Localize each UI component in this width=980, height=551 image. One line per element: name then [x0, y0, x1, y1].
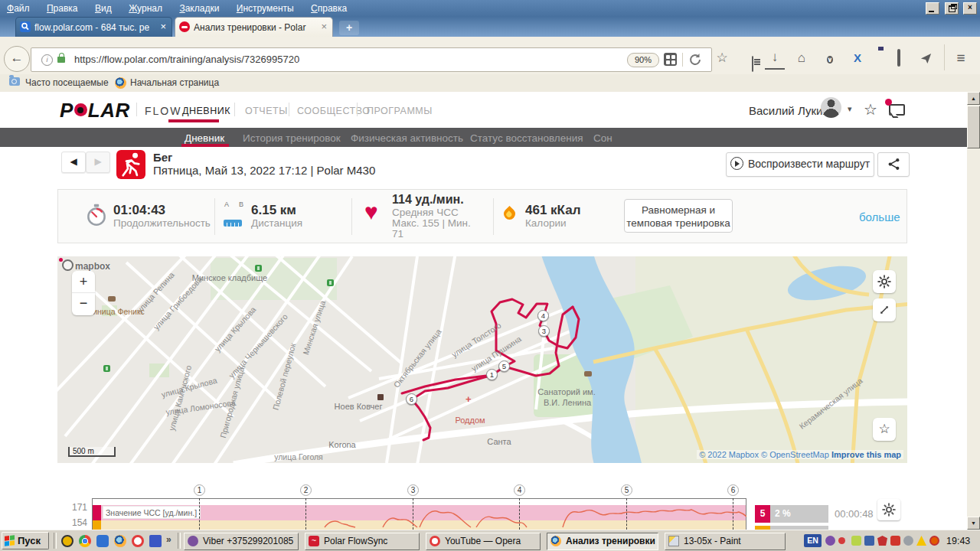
user-name[interactable]: Василий Лукин — [749, 104, 829, 117]
improve-map-link[interactable]: Improve this map — [831, 450, 901, 459]
menu-help[interactable]: Справка — [304, 0, 354, 16]
tray-icon[interactable] — [851, 536, 861, 546]
scroll-down-icon[interactable]: ▼ — [967, 517, 980, 530]
subnav-diary[interactable]: Дневник — [185, 132, 224, 144]
menu-history[interactable]: Журнал — [122, 0, 169, 16]
zoom-in-button[interactable]: + — [72, 271, 95, 293]
home-icon[interactable]: ⌂ — [792, 47, 812, 70]
route-map[interactable]: Минское кладбище улица Репина улица Гриб… — [57, 256, 907, 463]
tab-training-analysis[interactable]: Анализ тренировки - Polar F... × — [175, 17, 333, 37]
task-paint[interactable]: 13-05x - Paint — [665, 533, 786, 550]
tray-shield-icon[interactable] — [877, 536, 887, 546]
avatar[interactable] — [821, 97, 841, 118]
opera-icon[interactable] — [132, 535, 144, 547]
reading-list-icon[interactable] — [737, 47, 757, 70]
training-benefit-button[interactable]: Равномерная и темповая тренировка — [624, 199, 733, 233]
bookmark-frequent[interactable]: Часто посещаемые — [25, 77, 109, 88]
map-favorite-button[interactable]: ☆ — [873, 418, 896, 441]
save-icon[interactable] — [149, 535, 162, 547]
tray-warning-icon[interactable] — [916, 536, 926, 546]
tray-icon[interactable] — [838, 537, 845, 544]
back-button[interactable]: ← — [4, 46, 30, 72]
previous-workout-button[interactable]: ◀ — [61, 152, 86, 173]
mapbox-logo[interactable]: mapbox — [62, 259, 110, 272]
nav-reports[interactable]: ОТЧЕТЫ — [245, 106, 288, 116]
menu-hamburger-icon[interactable]: ≡ — [951, 47, 971, 70]
chart-settings-button[interactable] — [877, 499, 900, 520]
start-button[interactable]: Пуск — [2, 532, 49, 549]
subnav-sleep[interactable]: Сон — [593, 132, 612, 144]
menu-tools[interactable]: Инструменты — [230, 0, 301, 16]
share-button[interactable] — [877, 152, 910, 177]
tab-close-icon[interactable]: × — [160, 21, 166, 32]
km-marker[interactable]: 3 — [538, 325, 550, 337]
page-scrollbar[interactable]: ▲ ▼ — [967, 92, 980, 530]
tab-close-icon[interactable]: × — [321, 21, 327, 32]
km-marker[interactable]: 1 — [486, 369, 498, 380]
subnav-recovery-status[interactable]: Статус восстановления — [470, 132, 583, 144]
flag-icon[interactable] — [868, 47, 888, 70]
nav-community[interactable]: СООБЩЕСТВО — [297, 106, 370, 116]
firefox-quicklaunch-icon[interactable] — [114, 535, 126, 547]
url-text[interactable]: https://flow.polar.com/training/analysis… — [74, 54, 299, 65]
new-tab-button[interactable]: + — [339, 21, 359, 35]
send-tab-icon[interactable] — [916, 50, 936, 73]
quicklaunch-app-icon[interactable] — [61, 535, 74, 547]
minimize-button[interactable] — [926, 2, 939, 15]
km-marker[interactable]: 5 — [498, 360, 510, 372]
bookmark-star-icon[interactable]: ☆ — [712, 47, 732, 70]
subnav-activity[interactable]: Физическая активность — [351, 132, 463, 144]
scroll-up-icon[interactable]: ▲ — [967, 92, 980, 105]
x-extension-icon[interactable]: X — [848, 47, 867, 70]
nav-programs[interactable]: ПРОГРАММЫ — [367, 106, 433, 116]
polar-logo[interactable]: PLAR — [60, 99, 130, 122]
language-indicator[interactable]: EN — [804, 534, 822, 547]
favorites-star-icon[interactable]: ☆ — [864, 100, 877, 119]
reload-icon[interactable] — [688, 53, 702, 70]
tab-search-results[interactable]: flow.polar.com - 684 тыс. ре... × — [15, 17, 172, 37]
tray-viber-icon[interactable] — [825, 536, 835, 546]
pocket-icon[interactable]: ∨ — [820, 47, 840, 70]
mapbox-attribution-link[interactable]: © 2022 Mapbox — [699, 450, 759, 459]
restore-button[interactable] — [945, 2, 959, 15]
next-workout-button[interactable]: ▶ — [86, 152, 110, 173]
tray-icon[interactable] — [890, 536, 900, 546]
menu-edit[interactable]: Правка — [40, 0, 85, 16]
url-bar[interactable]: i https://flow.polar.com/training/analys… — [31, 47, 712, 72]
osm-attribution-link[interactable]: © OpenStreetMap — [761, 450, 829, 459]
scrollbar-thumb[interactable] — [967, 106, 980, 148]
nav-diary[interactable]: ДНЕВНИК — [182, 106, 230, 116]
close-button[interactable]: × — [963, 2, 977, 15]
task-training-analysis-active[interactable]: Анализ тренировки ... — [547, 533, 658, 550]
tray-icon[interactable] — [864, 536, 874, 546]
task-opera-youtube[interactable]: YouTube — Opera — [426, 533, 541, 550]
km-marker[interactable]: 6 — [406, 393, 417, 405]
menu-file[interactable]: Файл — [0, 0, 37, 16]
map-settings-button[interactable] — [873, 270, 896, 293]
menu-bookmarks[interactable]: Закладки — [172, 0, 226, 16]
zoom-level-badge[interactable]: 90% — [627, 53, 659, 67]
quicklaunch-overflow-chevron[interactable]: » — [166, 534, 172, 545]
map-fullscreen-button[interactable] — [873, 298, 896, 321]
quicklaunch-home-icon[interactable] — [96, 535, 109, 547]
chrome-icon[interactable] — [79, 535, 91, 547]
task-flowsync[interactable]: ~ Polar FlowSync — [305, 533, 420, 550]
downloads-icon[interactable]: ↓ — [765, 48, 785, 70]
notifications-icon[interactable] — [889, 104, 905, 116]
chevron-down-icon[interactable]: ▾ — [848, 104, 852, 114]
menu-view[interactable]: Вид — [88, 0, 119, 16]
tray-icon[interactable] — [929, 536, 939, 546]
screenshot-monitor-icon[interactable] — [889, 47, 909, 70]
tiles-icon[interactable] — [664, 53, 677, 66]
play-route-button[interactable]: Воспроизвести маршрут — [726, 152, 874, 177]
subnav-training-history[interactable]: История тренировок — [243, 132, 341, 144]
site-info-icon[interactable]: i — [41, 54, 53, 66]
tray-webcam-icon[interactable] — [903, 536, 913, 546]
km-marker[interactable]: 4 — [537, 310, 549, 321]
bookmark-home[interactable]: Начальная страница — [130, 77, 219, 88]
task-viber[interactable]: Viber +375299201085 — [184, 533, 299, 550]
zoom-out-button[interactable]: − — [72, 293, 95, 315]
taskbar-clock[interactable]: 19:43 — [946, 536, 970, 546]
more-link[interactable]: больше — [859, 210, 900, 223]
play-icon — [730, 157, 743, 170]
